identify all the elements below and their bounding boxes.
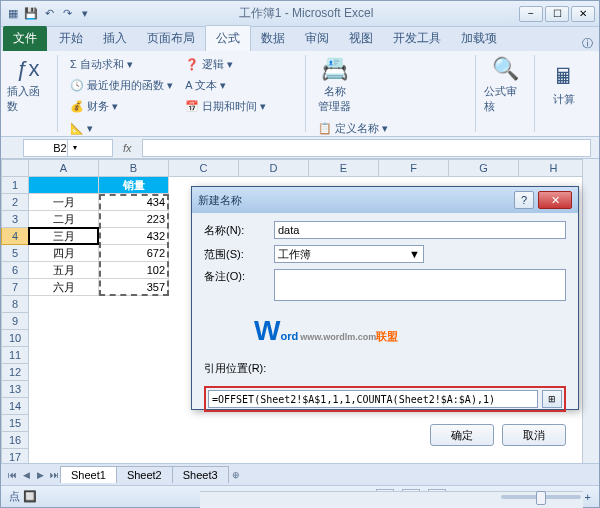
col-header-D[interactable]: D	[239, 159, 309, 177]
recent-functions-button[interactable]: 🕓 最近使用的函数 ▾	[66, 76, 177, 95]
datetime-button[interactable]: 📅 日期和时间 ▾	[181, 97, 270, 116]
row-header-11[interactable]: 11	[1, 347, 29, 364]
row-header-4[interactable]: 4	[1, 228, 29, 245]
minimize-button[interactable]: −	[519, 6, 543, 22]
redo-icon[interactable]: ↷	[59, 6, 75, 22]
comment-textarea[interactable]	[274, 269, 566, 301]
row-header-7[interactable]: 7	[1, 279, 29, 296]
row-header-9[interactable]: 9	[1, 313, 29, 330]
ribbon-help-icon[interactable]: ⓘ	[576, 36, 599, 51]
cell-B3[interactable]: 223	[99, 211, 169, 228]
row-header-5[interactable]: 5	[1, 245, 29, 262]
ok-button[interactable]: 确定	[430, 424, 494, 446]
next-sheet-button[interactable]: ▶	[33, 468, 47, 482]
namebox-dropdown-icon[interactable]: ▾	[67, 139, 83, 157]
col-header-G[interactable]: G	[449, 159, 519, 177]
scope-select[interactable]: 工作簿 ▼	[274, 245, 424, 263]
cell-B7[interactable]: 357	[99, 279, 169, 296]
name-manager-button[interactable]: 📇 名称 管理器	[314, 55, 356, 115]
vertical-scrollbar[interactable]	[582, 159, 599, 463]
row-header-6[interactable]: 6	[1, 262, 29, 279]
prev-sheet-button[interactable]: ◀	[19, 468, 33, 482]
last-sheet-button[interactable]: ⏭	[47, 468, 61, 482]
cell-A4[interactable]: 三月	[29, 228, 99, 245]
col-header-B[interactable]: B	[99, 159, 169, 177]
first-sheet-button[interactable]: ⏮	[5, 468, 19, 482]
logical-button[interactable]: ❓ 逻辑 ▾	[181, 55, 270, 74]
cell-A2[interactable]: 一月	[29, 194, 99, 211]
tab-dev[interactable]: 开发工具	[383, 26, 451, 51]
collapse-dialog-button[interactable]: ⊞	[542, 390, 562, 408]
sheet-tab-1[interactable]: Sheet1	[60, 466, 117, 483]
titlebar: ▦ 💾 ↶ ↷ ▾ 工作簿1 - Microsoft Excel − ☐ ✕	[1, 1, 599, 27]
tab-home[interactable]: 开始	[49, 26, 93, 51]
reference-input[interactable]	[208, 390, 538, 408]
maximize-button[interactable]: ☐	[545, 6, 569, 22]
dialog-close-button[interactable]: ✕	[538, 191, 572, 209]
sheet-tab-3[interactable]: Sheet3	[172, 466, 229, 483]
cell-A7[interactable]: 六月	[29, 279, 99, 296]
autosum-button[interactable]: Σ 自动求和 ▾	[66, 55, 177, 74]
zoom-in-button[interactable]: +	[585, 491, 591, 503]
reference-highlight: ⊞	[204, 386, 566, 412]
row-header-8[interactable]: 8	[1, 296, 29, 313]
row-header-1[interactable]: 1	[1, 177, 29, 194]
formula-input[interactable]	[142, 139, 591, 157]
row-header-2[interactable]: 2	[1, 194, 29, 211]
tab-view[interactable]: 视图	[339, 26, 383, 51]
tab-data[interactable]: 数据	[251, 26, 295, 51]
sheet-tab-2[interactable]: Sheet2	[116, 466, 173, 483]
cell-A5[interactable]: 四月	[29, 245, 99, 262]
col-header-A[interactable]: A	[29, 159, 99, 177]
row-header-12[interactable]: 12	[1, 364, 29, 381]
save-icon[interactable]: 💾	[23, 6, 39, 22]
select-all-corner[interactable]	[1, 159, 29, 177]
zoom-slider[interactable]	[501, 495, 581, 499]
tab-review[interactable]: 审阅	[295, 26, 339, 51]
tab-file[interactable]: 文件	[3, 26, 47, 51]
more-functions-button[interactable]: 📐 ▾	[66, 120, 97, 137]
define-name-button[interactable]: 📋 定义名称 ▾	[314, 119, 427, 138]
fx-label-icon[interactable]: fx	[117, 142, 138, 154]
calculation-button[interactable]: 🖩 计算	[543, 55, 585, 115]
row-header-14[interactable]: 14	[1, 398, 29, 415]
cell-B5[interactable]: 672	[99, 245, 169, 262]
close-button[interactable]: ✕	[571, 6, 595, 22]
cell-B6[interactable]: 102	[99, 262, 169, 279]
name-box[interactable]: B2 ▾	[23, 139, 113, 157]
undo-icon[interactable]: ↶	[41, 6, 57, 22]
financial-button[interactable]: 💰 财务 ▾	[66, 97, 177, 116]
cell-B2[interactable]: 434	[99, 194, 169, 211]
col-header-F[interactable]: F	[379, 159, 449, 177]
cell-A3[interactable]: 二月	[29, 211, 99, 228]
insert-function-button[interactable]: ƒx 插入函数	[7, 55, 49, 115]
row-header-13[interactable]: 13	[1, 381, 29, 398]
cell-B1[interactable]: 销量	[99, 177, 169, 194]
row-header-17[interactable]: 17	[1, 449, 29, 463]
cell-A6[interactable]: 五月	[29, 262, 99, 279]
text-button[interactable]: A 文本 ▾	[181, 76, 270, 95]
formula-audit-button[interactable]: 🔍 公式审核	[484, 55, 526, 115]
col-header-C[interactable]: C	[169, 159, 239, 177]
col-header-H[interactable]: H	[519, 159, 589, 177]
tab-formula[interactable]: 公式	[205, 25, 251, 51]
row-header-10[interactable]: 10	[1, 330, 29, 347]
name-label: 名称(N):	[204, 223, 268, 238]
horizontal-scrollbar[interactable]	[200, 491, 583, 508]
cell-B4[interactable]: 432	[99, 228, 169, 245]
cancel-button[interactable]: 取消	[502, 424, 566, 446]
tab-insert[interactable]: 插入	[93, 26, 137, 51]
col-header-E[interactable]: E	[309, 159, 379, 177]
dialog-titlebar[interactable]: 新建名称 ? ✕	[192, 187, 578, 213]
row-header-15[interactable]: 15	[1, 415, 29, 432]
tab-layout[interactable]: 页面布局	[137, 26, 205, 51]
qat-dropdown-icon[interactable]: ▾	[77, 6, 93, 22]
row-header-3[interactable]: 3	[1, 211, 29, 228]
tab-addin[interactable]: 加载项	[451, 26, 507, 51]
name-manager-icon: 📇	[321, 56, 348, 82]
cell-A1[interactable]	[29, 177, 99, 194]
dialog-help-button[interactable]: ?	[514, 191, 534, 209]
row-header-16[interactable]: 16	[1, 432, 29, 449]
name-input[interactable]	[274, 221, 566, 239]
new-sheet-button[interactable]: ⊕	[229, 468, 243, 482]
